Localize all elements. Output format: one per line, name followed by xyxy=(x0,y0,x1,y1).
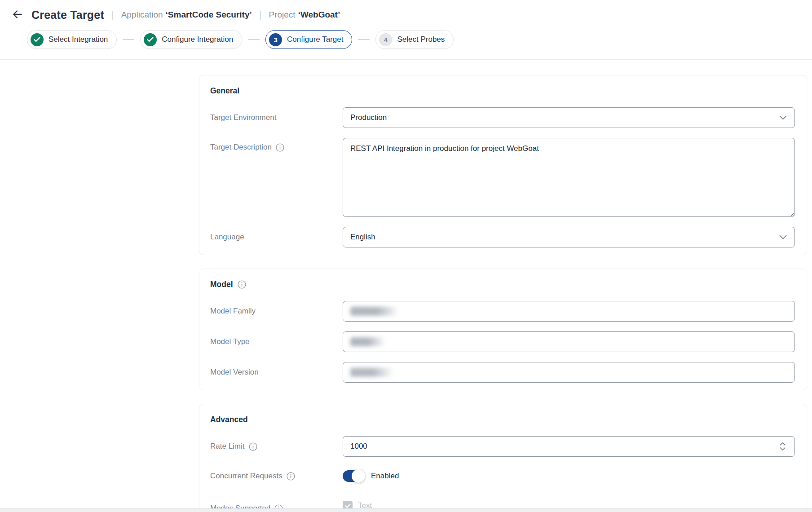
step-label: Select Integration xyxy=(49,35,108,44)
redacted-value xyxy=(350,307,399,316)
target-environment-label: Target Environment xyxy=(210,113,343,122)
section-title-text: General xyxy=(210,86,239,96)
breadcrumb-project: Project‘WebGoat’ xyxy=(269,10,340,20)
field-label-text: Model Version xyxy=(210,368,259,377)
model-version-label: Model Version xyxy=(210,368,343,377)
step-label: Configure Integration xyxy=(162,35,233,44)
step-label: Configure Target xyxy=(287,35,343,44)
page-title: Create Target xyxy=(31,9,104,22)
step-connector xyxy=(248,39,260,40)
info-icon[interactable] xyxy=(287,472,295,481)
info-icon[interactable] xyxy=(238,280,246,289)
concurrent-requests-row: Concurrent Requests Enabled xyxy=(210,470,795,482)
title-bar: Create Target | Application‘SmartCode Se… xyxy=(0,0,812,22)
page-header: Create Target | Application‘SmartCode Se… xyxy=(0,0,812,60)
breadcrumb-application: Application‘SmartCode Security’ xyxy=(121,10,252,20)
field-label-text: Model Family xyxy=(210,307,256,316)
checkbox-check-icon xyxy=(345,503,351,508)
concurrent-requests-toggle[interactable] xyxy=(343,470,364,482)
title-divider: | xyxy=(259,9,262,21)
info-icon[interactable] xyxy=(249,442,257,451)
model-version-row: Model Version xyxy=(210,362,795,383)
field-label-text: Model Type xyxy=(210,337,250,346)
back-arrow-icon xyxy=(12,9,23,22)
model-type-input[interactable] xyxy=(343,331,795,352)
advanced-section: Advanced Rate Limit 1000 xyxy=(199,404,807,512)
field-label-text: Target Environment xyxy=(210,113,276,122)
target-description-label: Target Description xyxy=(210,138,343,152)
title-divider: | xyxy=(111,9,114,21)
number-stepper-down-icon xyxy=(780,447,786,451)
check-icon xyxy=(144,33,157,46)
breadcrumb-value: ‘SmartCode Security’ xyxy=(166,10,252,19)
target-environment-select[interactable]: Production xyxy=(343,107,795,128)
model-section-title: Model xyxy=(210,280,795,289)
step-configure-integration[interactable]: Configure Integration xyxy=(140,30,242,49)
wizard-stepper: Select Integration Configure Integration… xyxy=(27,30,812,49)
number-stepper-up-icon xyxy=(780,442,786,446)
model-family-input[interactable] xyxy=(343,301,795,322)
toggle-state-label: Enabled xyxy=(371,472,399,481)
chevron-down-icon xyxy=(779,235,787,239)
toggle-knob xyxy=(352,469,365,483)
input-value: 1000 xyxy=(350,442,367,451)
breadcrumb-prefix: Project xyxy=(269,10,295,19)
step-select-integration[interactable]: Select Integration xyxy=(27,30,117,49)
number-stepper[interactable] xyxy=(780,442,786,451)
rate-limit-label: Rate Limit xyxy=(210,442,343,451)
step-label: Select Probes xyxy=(397,35,445,44)
field-label-text: Language xyxy=(210,233,244,242)
model-version-input[interactable] xyxy=(343,362,795,383)
step-select-probes[interactable]: 4 Select Probes xyxy=(375,30,454,49)
model-type-row: Model Type xyxy=(210,331,795,352)
step-configure-target[interactable]: 3 Configure Target xyxy=(265,30,352,49)
select-value: Production xyxy=(350,113,387,122)
rate-limit-row: Rate Limit 1000 xyxy=(210,436,795,457)
general-section-title: General xyxy=(210,86,795,96)
language-label: Language xyxy=(210,233,343,242)
redacted-value xyxy=(350,368,393,377)
viewport-bottom-strip xyxy=(0,508,812,512)
step-number: 3 xyxy=(269,33,282,46)
field-label-text: Target Description xyxy=(210,143,272,152)
model-family-row: Model Family xyxy=(210,301,795,322)
field-label-text: Rate Limit xyxy=(210,442,245,451)
step-connector xyxy=(123,39,134,40)
language-row: Language English xyxy=(210,227,795,247)
target-environment-row: Target Environment Production xyxy=(210,107,795,128)
select-value: English xyxy=(350,233,375,242)
general-section: General Target Environment Production xyxy=(199,75,807,255)
field-label-text: Concurrent Requests xyxy=(210,472,282,481)
breadcrumb-value: ‘WebGoat’ xyxy=(298,10,340,19)
rate-limit-input[interactable]: 1000 xyxy=(343,436,795,457)
concurrent-requests-label: Concurrent Requests xyxy=(210,472,343,481)
check-icon xyxy=(31,33,44,46)
breadcrumb-prefix: Application xyxy=(121,10,163,19)
redacted-value xyxy=(350,337,385,346)
chevron-down-icon xyxy=(779,115,787,120)
target-description-row: Target Description REST API Integration … xyxy=(210,138,795,217)
form-content: General Target Environment Production xyxy=(0,60,812,512)
info-icon[interactable] xyxy=(276,143,284,152)
model-type-label: Model Type xyxy=(210,337,343,346)
language-select[interactable]: English xyxy=(343,227,795,247)
step-connector xyxy=(358,39,370,40)
model-section: Model Model Family Model Type xyxy=(199,269,807,390)
step-number: 4 xyxy=(379,33,392,46)
section-title-text: Model xyxy=(210,280,233,289)
target-description-textarea[interactable]: REST API Integration in production for p… xyxy=(343,138,795,217)
model-family-label: Model Family xyxy=(210,307,343,316)
back-button[interactable] xyxy=(10,7,25,22)
section-title-text: Advanced xyxy=(210,415,248,424)
advanced-section-title: Advanced xyxy=(210,415,795,424)
